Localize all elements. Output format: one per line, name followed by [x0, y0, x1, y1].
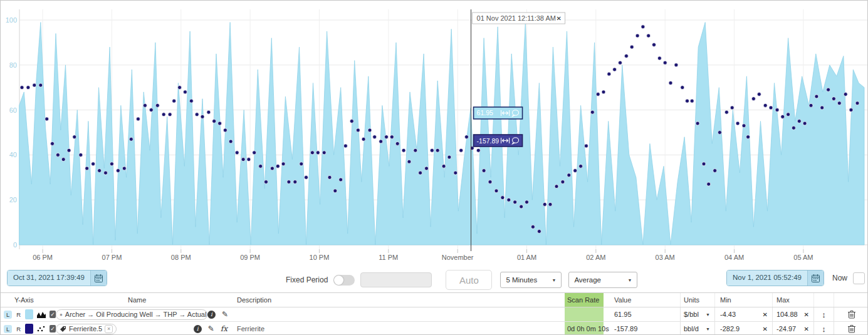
scatter-point	[110, 162, 113, 166]
scatter-point	[33, 83, 36, 87]
visibility-checkbox[interactable]: ✓	[50, 325, 56, 332]
scatter-point	[465, 135, 469, 139]
scatter-point	[781, 115, 785, 118]
scatter-point	[436, 148, 439, 152]
scatter-point	[362, 137, 365, 141]
info-icon[interactable]: i	[194, 325, 202, 333]
delete-cell	[834, 307, 868, 321]
chevron-down-icon: ▼	[706, 327, 710, 331]
cursor-value-flag[interactable]: 61.95	[474, 107, 523, 119]
scatter-point	[742, 124, 746, 128]
fixed-period-input	[360, 272, 432, 287]
y-axis-label: 100	[6, 16, 17, 24]
scatter-point	[669, 81, 672, 85]
col-header-description: Description	[234, 293, 565, 307]
scatter-point	[630, 45, 634, 49]
right-axis-button[interactable]: R	[15, 325, 22, 333]
scatter-point	[494, 189, 498, 193]
scatter-point	[79, 153, 83, 157]
x-axis-label: 10 PM	[310, 254, 330, 261]
scatter-point	[459, 148, 463, 152]
interval-value: 5 Minutes	[506, 276, 537, 284]
start-time-picker[interactable]: Oct 31, 2021 17:39:49	[7, 270, 107, 286]
scatter-point	[356, 128, 360, 132]
trash-icon[interactable]	[848, 310, 855, 319]
scatter-point	[488, 180, 492, 184]
delete-cell	[834, 322, 868, 335]
clear-min-icon[interactable]: ✕	[763, 326, 768, 332]
chevron-down-icon: ▼	[706, 312, 710, 317]
tag-pill[interactable]: ● Archer → Oil Producing Well → THP → Ac…	[56, 309, 207, 320]
scatter-point	[162, 113, 165, 116]
clear-min-icon[interactable]: ✕	[763, 311, 768, 318]
y-axis-label: 0	[13, 241, 17, 249]
time-controls-bar: Oct 31, 2021 17:39:49 Fixed Period Auto …	[1, 265, 868, 292]
value-cell: 61.95	[612, 307, 681, 321]
scatter-point	[116, 169, 120, 173]
scatter-point	[276, 164, 280, 168]
scatter-point	[537, 230, 541, 234]
tag-pill[interactable]: Ferrierite.5 ×	[56, 324, 117, 334]
scatter-point	[596, 93, 600, 96]
auto-button[interactable]: Auto	[446, 270, 492, 290]
series-color-swatch[interactable]	[25, 324, 33, 334]
left-axis-button[interactable]: L	[4, 325, 12, 333]
units-select[interactable]: bbl/d ▼	[681, 322, 715, 335]
edit-pencil-icon[interactable]: ✎	[222, 310, 228, 319]
cursor-close-icon[interactable]: ✕	[557, 15, 562, 22]
autoscale-icon[interactable]: ↕	[822, 310, 826, 319]
scatter-point	[641, 25, 645, 29]
scatter-point	[155, 103, 159, 107]
scatter-point	[264, 180, 268, 184]
interval-select[interactable]: 5 Minutes ▼	[500, 272, 562, 288]
end-time-picker[interactable]: Nov 1, 2021 05:52:49	[726, 270, 824, 286]
trash-icon[interactable]	[848, 324, 855, 333]
scatter-point	[430, 148, 434, 152]
min-value: -4.43	[720, 311, 736, 318]
series-color-swatch[interactable]	[25, 309, 33, 319]
scatter-point	[92, 162, 95, 166]
scatter-style-icon[interactable]	[36, 325, 46, 332]
clear-max-icon[interactable]: ✕	[804, 311, 809, 318]
aggregate-value: Average	[574, 276, 601, 284]
aggregate-select[interactable]: Average ▼	[568, 272, 637, 288]
autoscale-icon[interactable]: ↕	[822, 324, 826, 334]
scatter-point	[657, 56, 661, 60]
units-value: bbl/d	[684, 325, 699, 332]
cursor-value-flag[interactable]: -157.89	[474, 135, 523, 147]
right-axis-button[interactable]: R	[15, 311, 22, 319]
col-header-max: Max	[773, 293, 814, 307]
clear-max-icon[interactable]: ✕	[804, 326, 809, 332]
edit-pencil-icon[interactable]: ✎	[208, 324, 214, 333]
info-icon[interactable]: i	[207, 311, 216, 319]
scatter-point	[287, 180, 291, 184]
end-time-value[interactable]: Nov 1, 2021 05:52:49	[727, 271, 807, 286]
scatter-point	[129, 137, 133, 141]
scatter-point	[548, 202, 552, 206]
area-style-icon[interactable]	[36, 311, 46, 318]
scatter-point	[414, 148, 417, 152]
units-value: $/bbl	[684, 311, 699, 318]
scatter-point	[104, 171, 108, 175]
flag-value: 61.95	[477, 109, 493, 116]
scatter-point	[763, 103, 767, 107]
left-axis-button[interactable]: L	[4, 311, 12, 319]
start-time-value[interactable]: Oct 31, 2021 17:39:49	[8, 271, 90, 286]
scatter-point	[702, 162, 706, 166]
scatter-point	[513, 200, 517, 204]
scatter-point	[579, 164, 583, 168]
scatter-point	[368, 128, 372, 132]
function-fx-icon[interactable]: fx	[221, 324, 227, 333]
units-select[interactable]: $/bbl ▼	[681, 307, 715, 321]
scatter-point	[51, 142, 55, 145]
toggle-knob	[334, 276, 343, 285]
scatter-point	[501, 196, 505, 200]
scatter-point	[259, 164, 263, 168]
visibility-checkbox[interactable]: ✓	[50, 311, 56, 318]
now-checkbox[interactable]	[853, 272, 865, 284]
calendar-icon[interactable]	[807, 271, 824, 286]
trend-chart[interactable]: 02040608010006 PM07 PM08 PM09 PM10 PM11 …	[1, 1, 868, 264]
fixed-period-toggle[interactable]	[333, 275, 355, 286]
calendar-icon[interactable]	[90, 271, 107, 286]
remove-tag-icon[interactable]: ×	[105, 325, 113, 333]
